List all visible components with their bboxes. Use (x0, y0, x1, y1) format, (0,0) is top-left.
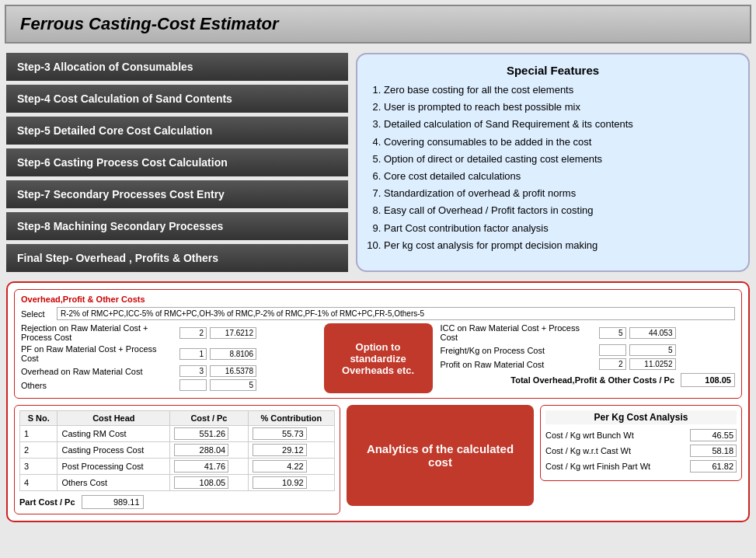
pct-input-1[interactable] (253, 427, 307, 440)
cell-pct (248, 426, 334, 442)
total-overhead-input[interactable] (681, 373, 735, 387)
final-step-button[interactable]: Final Step- Overhead , Profits & Others (6, 244, 348, 272)
steps-column: Step-3 Allocation of Consumables Step-4 … (6, 53, 348, 272)
app-title: Ferrous Casting-Cost Estimator (20, 14, 279, 33)
analytics-box: Analytics of the calculated cost (347, 405, 534, 506)
cost-input-3[interactable] (174, 460, 228, 473)
step4-button[interactable]: Step-4 Cost Calculation of Sand Contents (6, 85, 348, 113)
feature-item: Standardization of overhead & profit nor… (384, 187, 736, 201)
overhead-row-1: Rejection on Raw Material Cost + Process… (21, 323, 316, 342)
header-bar: Ferrous Casting-Cost Estimator (5, 5, 751, 44)
step6-button[interactable]: Step-6 Casting Process Cost Calculation (6, 148, 348, 176)
cell-cost (170, 426, 248, 442)
cell-sno: 3 (20, 459, 57, 475)
features-box: Special Features Zero base costing for a… (356, 53, 750, 272)
feature-item: Zero base costing for all the cost eleme… (384, 83, 736, 97)
perkg-input-1[interactable] (690, 429, 737, 441)
select-row: Select (21, 307, 735, 320)
col-cost: Cost / Pc (170, 411, 248, 426)
perkg-row-2: Cost / Kg w.r.t Cast Wt (545, 445, 737, 457)
perkg-row-1: Cost / Kg wrt Bunch Wt (545, 429, 737, 441)
perkg-label-1: Cost / Kg wrt Bunch Wt (545, 431, 685, 440)
oh-right-label-1: ICC on Raw Material Cost + Process Cost (441, 323, 596, 342)
oh-right-label-2: Freight/Kg on Process Cost (441, 346, 596, 355)
oh-right-val1-3[interactable] (599, 358, 626, 370)
perkg-label-2: Cost / Kg w.r.t Cast Wt (545, 446, 685, 455)
cell-sno: 4 (20, 475, 57, 491)
oh-right-val1-1[interactable] (599, 327, 626, 339)
total-overhead-row: Total Overhead,Profit & Other Costs / Pc (441, 373, 736, 387)
col-sno: S No. (20, 411, 57, 426)
part-cost-input[interactable] (82, 495, 144, 509)
step7-button[interactable]: Step-7 Secondary Processes Cost Entry (6, 180, 348, 208)
feature-item: Per kg cost analysis for prompt decision… (384, 239, 736, 253)
oh-label-4: Others (21, 381, 176, 390)
feature-item: Detailed calculation of Sand Requirement… (384, 117, 736, 131)
pct-input-3[interactable] (253, 460, 307, 473)
part-cost-label: Part Cost / Pc (19, 497, 75, 507)
oh-val2-1[interactable] (210, 327, 256, 339)
perkg-title: Per Kg Cost Analysis (545, 410, 737, 424)
feature-item: Covering consumables to be added in the … (384, 135, 736, 149)
overhead-row-3: Overhead on Raw Material Cost (21, 365, 316, 377)
select-label: Select (21, 309, 52, 319)
perkg-input-3[interactable] (690, 460, 737, 473)
cell-head: Casting Process Cost (57, 442, 170, 459)
oh-right-val2-3[interactable] (629, 358, 676, 370)
table-row: 3 Post Processing Cost (20, 459, 335, 475)
col-head: Cost Head (57, 411, 170, 426)
pct-input-4[interactable] (253, 476, 307, 489)
step8-button[interactable]: Step-8 Machining Secondary Processes (6, 212, 348, 240)
step5-button[interactable]: Step-5 Detailed Core Cost Calculation (6, 117, 348, 145)
cell-sno: 2 (20, 442, 57, 459)
perkg-input-2[interactable] (690, 445, 737, 457)
overhead-select[interactable] (57, 307, 735, 320)
cell-head: Casting RM Cost (57, 426, 170, 442)
oh-val1-1[interactable] (179, 327, 207, 339)
oh-right-val2-1[interactable] (629, 327, 676, 339)
feature-item: Easy call of Overhead / Profit factors i… (384, 204, 736, 218)
cost-input-1[interactable] (174, 427, 228, 440)
main-top-section: Step-3 Allocation of Consumables Step-4 … (0, 48, 756, 277)
overhead-right-row-3: Profit on Raw Material Cost (441, 358, 736, 370)
cell-sno: 1 (20, 426, 57, 442)
overhead-panel: Overhead,Profit & Other Costs Select Rej… (14, 289, 742, 399)
oh-val1-3[interactable] (179, 365, 207, 377)
feature-item: User is prompted to reach best possible … (384, 100, 736, 114)
oh-val1-2[interactable] (179, 348, 207, 360)
oh-right-label-3: Profit on Raw Material Cost (441, 360, 596, 369)
cell-cost (170, 442, 248, 459)
oh-label-3: Overhead on Raw Material Cost (21, 367, 176, 376)
overhead-right: ICC on Raw Material Cost + Process Cost … (441, 323, 736, 393)
cost-table: S No. Cost Head Cost / Pc % Contribution… (19, 410, 335, 491)
oh-val1-4[interactable] (179, 379, 207, 391)
oh-right-val1-2[interactable] (599, 344, 626, 356)
feature-item: Part Cost contribution factor analysis (384, 221, 736, 235)
oh-val2-3[interactable] (210, 365, 256, 377)
overhead-left: Rejection on Raw Material Cost + Process… (21, 323, 316, 393)
cost-input-2[interactable] (174, 444, 228, 456)
overhead-right-row-2: Freight/Kg on Process Cost (441, 344, 736, 356)
features-list: Zero base costing for all the cost eleme… (370, 83, 736, 253)
oh-val2-4[interactable] (210, 379, 256, 391)
cost-input-4[interactable] (174, 476, 228, 489)
part-cost-row: Part Cost / Pc (19, 495, 335, 509)
cost-table-panel: S No. Cost Head Cost / Pc % Contribution… (14, 405, 340, 514)
cell-head: Others Cost (57, 475, 170, 491)
overhead-row-4: Others (21, 379, 316, 391)
pct-input-2[interactable] (253, 444, 307, 456)
cell-pct (248, 475, 334, 491)
option-standardize-box: Option to standardize Overheads etc. (324, 323, 433, 393)
step3-button[interactable]: Step-3 Allocation of Consumables (6, 53, 348, 81)
feature-item: Option of direct or detailed casting cos… (384, 152, 736, 166)
oh-label-1: Rejection on Raw Material Cost + Process… (21, 323, 176, 342)
overhead-title: Overhead,Profit & Other Costs (21, 295, 735, 304)
oh-val2-2[interactable] (210, 348, 256, 360)
perkg-panel: Per Kg Cost Analysis Cost / Kg wrt Bunch… (540, 405, 742, 481)
col-pct: % Contribution (248, 411, 334, 426)
perkg-label-3: Cost / Kg wrt Finish Part Wt (545, 462, 685, 471)
cell-cost (170, 475, 248, 491)
oh-right-val2-2[interactable] (629, 344, 676, 356)
total-overhead-label: Total Overhead,Profit & Other Costs / Pc (510, 375, 674, 385)
feature-item: Core cost detailed calculations (384, 169, 736, 183)
